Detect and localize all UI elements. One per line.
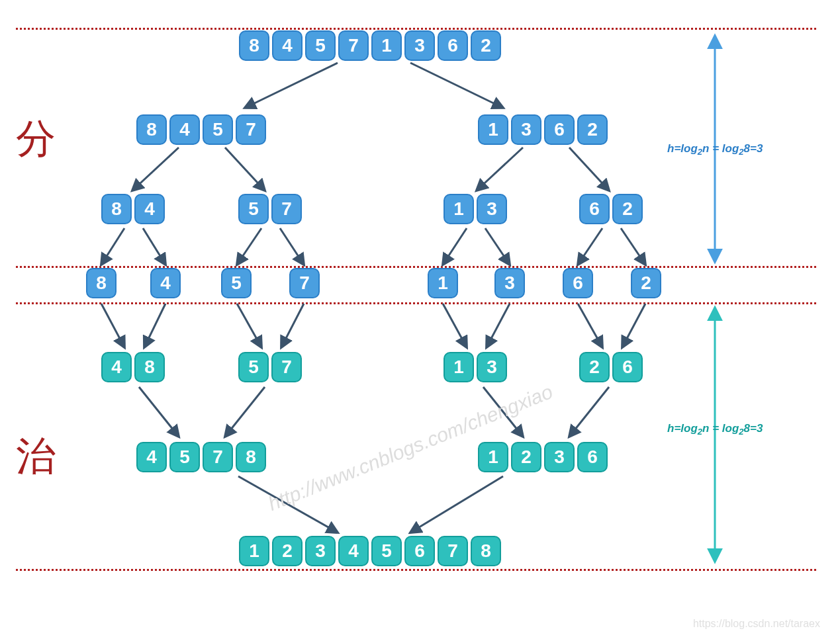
conquer-label: 治	[16, 430, 56, 484]
svg-line-5	[225, 148, 265, 191]
level-c1-right: 1236	[477, 442, 609, 472]
svg-line-27	[569, 387, 609, 437]
divide-label: 分	[16, 112, 56, 166]
cell: 5	[221, 268, 252, 298]
svg-line-7	[569, 148, 609, 191]
svg-line-25	[225, 387, 265, 437]
cell: 6	[438, 30, 468, 61]
cell: 7	[338, 30, 369, 61]
cell: 1	[371, 30, 402, 61]
cell: 2	[631, 268, 661, 298]
svg-line-13	[485, 228, 510, 265]
svg-line-4	[132, 148, 179, 191]
cell: 2	[577, 114, 608, 145]
cell: 5	[203, 114, 233, 145]
cell: 8	[86, 268, 117, 298]
svg-line-17	[144, 304, 165, 347]
cell: 5	[371, 536, 402, 566]
cell: 5	[238, 194, 269, 224]
cell: 4	[136, 442, 167, 472]
cell: 6	[612, 352, 643, 382]
svg-line-15	[621, 228, 645, 265]
svg-line-18	[237, 304, 261, 347]
svg-line-28	[238, 476, 338, 533]
cell: 3	[544, 442, 575, 472]
svg-line-12	[443, 228, 467, 265]
level-d2-a: 84	[100, 194, 166, 224]
level-d2-d: 62	[578, 194, 644, 224]
svg-line-21	[487, 304, 510, 347]
cell: 4	[134, 194, 165, 224]
cell: 4	[150, 268, 181, 298]
divider-top	[16, 28, 816, 30]
cell: 8	[236, 442, 266, 472]
svg-line-29	[410, 476, 503, 533]
level-c2: 12345678	[238, 536, 502, 566]
cell: 7	[203, 442, 233, 472]
level-c1-left: 4578	[135, 442, 267, 472]
cell: 7	[289, 268, 320, 298]
svg-line-11	[280, 228, 304, 265]
svg-line-26	[483, 387, 523, 437]
cell: 6	[579, 194, 610, 224]
cell: 7	[271, 194, 302, 224]
svg-line-16	[101, 304, 124, 347]
cell: 8	[101, 194, 132, 224]
svg-line-14	[578, 228, 602, 265]
cell: 3	[477, 352, 507, 382]
svg-line-3	[410, 63, 503, 108]
svg-line-9	[143, 228, 165, 265]
svg-line-20	[443, 304, 467, 347]
svg-line-22	[578, 304, 602, 347]
cell: 7	[271, 352, 302, 382]
cell: 4	[272, 30, 303, 61]
cell: 6	[404, 536, 435, 566]
cell: 2	[579, 352, 610, 382]
watermark-csdn: https://blog.csdn.net/taraex	[693, 618, 820, 630]
level-c0-c: 13	[442, 352, 508, 382]
level-d0: 84571362	[238, 30, 502, 61]
cell: 6	[577, 442, 608, 472]
cell: 1	[478, 442, 508, 472]
cell: 3	[511, 114, 541, 145]
svg-line-6	[477, 148, 523, 191]
cell: 8	[134, 352, 165, 382]
cell: 1	[443, 194, 474, 224]
level-d1-right: 1362	[477, 114, 609, 145]
cell: 8	[471, 536, 501, 566]
svg-line-2	[245, 63, 338, 108]
cell: 5	[169, 442, 200, 472]
cell: 3	[404, 30, 435, 61]
cell: 3	[305, 536, 336, 566]
cell: 7	[236, 114, 266, 145]
svg-line-19	[281, 304, 304, 347]
cell: 3	[477, 194, 507, 224]
divider-mid-lower	[16, 302, 816, 304]
level-c0-b: 57	[237, 352, 303, 382]
cell: 4	[169, 114, 200, 145]
cell: 3	[494, 268, 525, 298]
svg-line-24	[139, 387, 179, 437]
level-c0-d: 26	[578, 352, 644, 382]
cell: 5	[238, 352, 269, 382]
cell: 1	[428, 268, 458, 298]
cell: 4	[101, 352, 132, 382]
cell: 7	[438, 536, 468, 566]
level-d1-left: 8457	[135, 114, 267, 145]
height-formula-divide: h=log2n = log28=3	[667, 142, 763, 157]
cell: 6	[563, 268, 593, 298]
height-formula-conquer: h=log2n = log28=3	[667, 422, 763, 437]
cell: 8	[136, 114, 167, 145]
cell: 1	[239, 536, 269, 566]
svg-line-23	[622, 304, 645, 347]
cell: 2	[272, 536, 303, 566]
level-d2-c: 13	[442, 194, 508, 224]
cell: 5	[305, 30, 336, 61]
cell: 2	[511, 442, 541, 472]
cell: 8	[239, 30, 269, 61]
divider-mid-upper	[16, 266, 816, 268]
cell: 4	[338, 536, 369, 566]
svg-line-8	[101, 228, 124, 265]
cell: 2	[612, 194, 643, 224]
svg-line-10	[237, 228, 261, 265]
